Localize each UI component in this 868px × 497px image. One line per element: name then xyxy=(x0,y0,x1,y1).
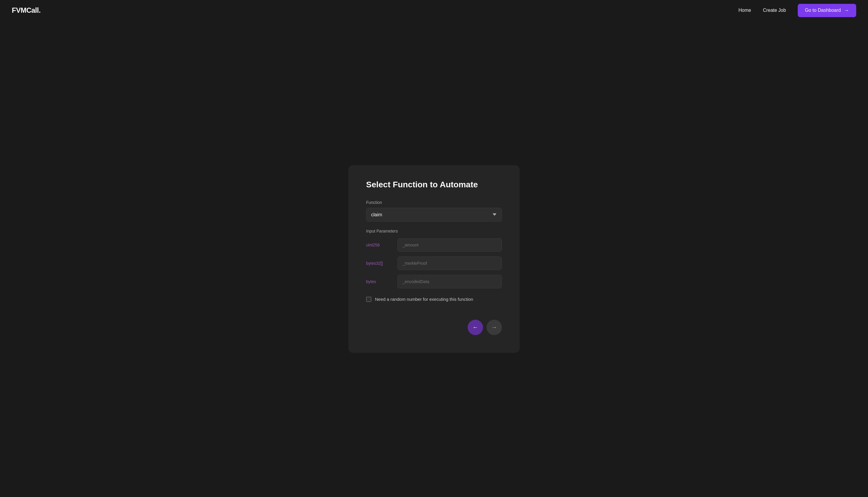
nav-links: Home Create Job Go to Dashboard → xyxy=(738,4,856,17)
card-title: Select Function to Automate xyxy=(366,180,502,189)
function-select[interactable]: claim transfer approve mint burn xyxy=(366,208,502,222)
dashboard-arrow-icon: → xyxy=(844,8,849,14)
input-params-group: Input Parameters uint256 bytes32[] bytes xyxy=(366,229,502,288)
nav-buttons: ← → xyxy=(366,320,502,335)
function-group: Function claim transfer approve mint bur… xyxy=(366,200,502,222)
param-input-2[interactable] xyxy=(397,275,502,288)
forward-button[interactable]: → xyxy=(487,320,502,335)
function-label: Function xyxy=(366,200,502,205)
param-row-0: uint256 xyxy=(366,238,502,252)
forward-arrow-icon: → xyxy=(491,324,497,331)
logo: FVMCall. xyxy=(12,6,41,14)
main-content: Select Function to Automate Function cla… xyxy=(0,21,868,497)
nav-home[interactable]: Home xyxy=(738,8,751,13)
param-type-0: uint256 xyxy=(366,243,393,247)
checkbox-label: Need a random number for executing this … xyxy=(375,297,473,302)
input-params-label: Input Parameters xyxy=(366,229,502,233)
param-input-0[interactable] xyxy=(397,238,502,252)
navbar: FVMCall. Home Create Job Go to Dashboard… xyxy=(0,0,868,21)
random-number-checkbox[interactable] xyxy=(366,297,371,302)
random-number-row: Need a random number for executing this … xyxy=(366,297,502,302)
param-type-1: bytes32[] xyxy=(366,261,393,266)
go-to-dashboard-button[interactable]: Go to Dashboard → xyxy=(798,4,856,17)
param-row-2: bytes xyxy=(366,275,502,288)
param-type-2: bytes xyxy=(366,279,393,284)
param-input-1[interactable] xyxy=(397,256,502,270)
back-button[interactable]: ← xyxy=(468,320,483,335)
select-function-card: Select Function to Automate Function cla… xyxy=(348,165,520,353)
nav-create-job[interactable]: Create Job xyxy=(763,8,786,13)
param-row-1: bytes32[] xyxy=(366,256,502,270)
back-arrow-icon: ← xyxy=(472,324,478,331)
